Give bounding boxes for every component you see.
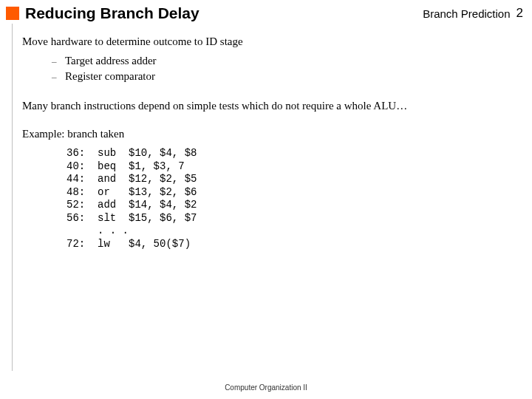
example-heading: Example: branch taken (22, 126, 517, 141)
accent-square-icon (6, 7, 19, 20)
slide-title: Reducing Branch Delay (25, 4, 200, 22)
lead-text: Move hardware to determine outcome to ID… (22, 34, 517, 49)
slide-footer: Computer Organization II (0, 383, 532, 392)
list-item-text: Register comparator (65, 69, 155, 83)
list-item: – Register comparator (52, 69, 517, 83)
list-item-text: Target address adder (65, 53, 157, 68)
vertical-rule (12, 24, 13, 371)
slide-body: Move hardware to determine outcome to ID… (22, 34, 517, 250)
sub-bullet-list: – Target address adder – Register compar… (52, 53, 517, 83)
paragraph: Many branch instructions depend on simpl… (22, 98, 517, 113)
section-topic: Branch Prediction (423, 7, 510, 20)
slide-header: Reducing Branch Delay Branch Prediction … (0, 0, 532, 22)
dash-icon: – (52, 55, 65, 68)
page-number: 2 (516, 6, 523, 21)
code-block: 36: sub $10, $4, $8 40: beq $1, $3, 7 44… (66, 147, 517, 250)
dash-icon: – (52, 70, 65, 83)
list-item: – Target address adder (52, 53, 517, 68)
